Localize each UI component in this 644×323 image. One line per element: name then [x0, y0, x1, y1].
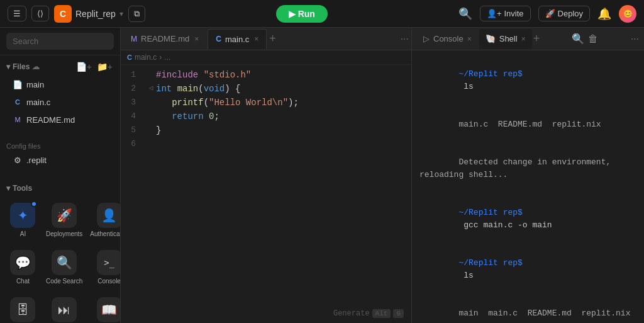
- tool-code-search[interactable]: 🔍 Code Search: [43, 245, 85, 290]
- notification-icon[interactable]: 🔔: [597, 7, 611, 21]
- invite-icon: 👤+: [487, 9, 502, 18]
- tool-docs[interactable]: 📖 Docs: [87, 292, 121, 323]
- brand-chevron-icon: ▾: [119, 9, 123, 18]
- add-tab-button[interactable]: +: [269, 32, 276, 45]
- tool-console[interactable]: >_ Console: [87, 245, 121, 290]
- console-tool-icon: >_: [97, 250, 121, 275]
- tool-auth[interactable]: 👤 Authenticati...: [87, 198, 121, 242]
- close-console-tab[interactable]: ×: [467, 35, 472, 43]
- tab-console[interactable]: ▷ Console ×: [417, 29, 478, 49]
- close-readme-tab[interactable]: ×: [194, 35, 199, 43]
- c-tab-icon: C: [216, 35, 221, 43]
- term-cmd: gcc main.c -o main: [458, 220, 552, 230]
- term-output: main.c README.md replit.nix: [458, 120, 601, 129]
- term-cmd: ls: [458, 271, 473, 280]
- term-line-6: main main.c README.md replit.nix: [419, 295, 636, 323]
- code-line-5: 5 }: [121, 125, 411, 139]
- chat-tool-icon: 💬: [10, 250, 35, 275]
- folder-icon: 📄: [13, 79, 23, 89]
- tool-debugger[interactable]: ⏭ Debugger: [43, 292, 85, 323]
- brand-name: Replit_rep: [75, 9, 116, 19]
- sidebar-toggle-button[interactable]: ☰: [8, 6, 26, 21]
- sidebar-item-readme[interactable]: M README.md ⋮: [3, 111, 118, 128]
- breadcrumb-filename: main.c: [135, 53, 157, 62]
- sidebar-item-main-c[interactable]: C main.c ⋮: [3, 93, 118, 111]
- files-actions: 📄+ 📁+: [75, 60, 114, 73]
- generate-hint: Generate Alt G: [333, 309, 404, 318]
- code-line-3: 3 printf("Hello World\n");: [121, 98, 411, 111]
- tab-shell[interactable]: 🐚 Shell ×: [479, 29, 532, 49]
- term-output: Detected change in environment, reloadin…: [419, 157, 616, 179]
- editor-tab-more-button[interactable]: ···: [401, 33, 409, 45]
- new-folder-button[interactable]: 📁+: [96, 60, 114, 73]
- term-line-5: ~/Replit rep$ ls: [419, 244, 636, 295]
- chevron-down-icon: ▾: [6, 184, 10, 193]
- main-content: ▾ Files ☁ 📄+ 📁+ 📄 main ⋮ C: [0, 28, 644, 323]
- topbar-right: 🔍 👤+ Invite 🚀 Deploy 🔔 😊: [458, 5, 636, 23]
- brand-icon: C: [54, 5, 72, 23]
- tool-chat[interactable]: 💬 Chat: [5, 245, 41, 290]
- shortcut-key: Alt: [372, 309, 391, 318]
- debugger-tool-icon: ⏭: [52, 297, 77, 322]
- code-editor[interactable]: 1 #include "stdio.h" 2 ◁ int main(void) …: [121, 65, 411, 323]
- invite-button[interactable]: 👤+ Invite: [480, 6, 531, 21]
- search-icon[interactable]: 🔍: [458, 7, 472, 21]
- term-cmd: ls: [458, 82, 473, 91]
- term-prompt: ~/Replit rep$: [458, 69, 522, 79]
- sidebar-item-main-folder[interactable]: 📄 main ⋮: [3, 76, 118, 93]
- terminal-more-button[interactable]: ···: [631, 33, 639, 45]
- terminal-actions: 🔍 🗑: [572, 33, 598, 45]
- term-line-3: Detected change in environment, reloadin…: [419, 144, 636, 194]
- files-section-title: ▾ Files ☁: [6, 62, 40, 71]
- history-button[interactable]: ⟨⟩: [31, 6, 49, 21]
- md-file-icon: M: [13, 115, 23, 125]
- config-icon: ⚙: [13, 155, 23, 165]
- term-line-2: main.c README.md replit.nix: [419, 106, 636, 144]
- close-shell-tab[interactable]: ×: [521, 35, 526, 43]
- term-line-1: ~/Replit rep$ ls: [419, 55, 636, 106]
- brand: C Replit_rep ▾: [54, 5, 123, 23]
- run-button[interactable]: ▶ Run: [276, 5, 328, 23]
- generate-label: Generate: [333, 309, 370, 318]
- topbar-left: ☰ ⟨⟩ C Replit_rep ▾ ⧉: [8, 5, 145, 23]
- tool-ai[interactable]: ✦ AI: [5, 198, 41, 242]
- window-button[interactable]: ⧉: [128, 6, 145, 22]
- cloud-icon: ☁: [32, 62, 40, 71]
- files-section-header[interactable]: ▾ Files ☁ 📄+ 📁+: [0, 58, 120, 76]
- code-line-2: 2 ◁ int main(void) {: [121, 84, 411, 98]
- tab-main-c[interactable]: C main.c ×: [208, 29, 267, 49]
- tab-readme[interactable]: M README.md ×: [123, 29, 206, 49]
- terminal-panel: ▷ Console × 🐚 Shell × + 🔍 🗑 ··· ~/Replit…: [411, 28, 644, 323]
- chevron-down-icon: ▾: [6, 62, 10, 71]
- term-output: main main.c README.md replit.nix: [458, 309, 630, 318]
- ai-badge: [31, 201, 37, 207]
- sidebar: ▾ Files ☁ 📄+ 📁+ 📄 main ⋮ C: [0, 28, 121, 323]
- terminal-content[interactable]: ~/Replit rep$ ls main.c README.md replit…: [412, 50, 644, 323]
- new-file-button[interactable]: 📄+: [75, 60, 93, 73]
- terminal-tabs: ▷ Console × 🐚 Shell × + 🔍 🗑 ···: [412, 28, 644, 50]
- shortcut-key2: G: [393, 309, 404, 318]
- sidebar-search-container: [0, 28, 120, 55]
- breadcrumb: C main.c › ...: [121, 50, 411, 65]
- term-prompt: ~/Replit rep$: [458, 258, 522, 268]
- docs-tool-icon: 📖: [97, 297, 121, 322]
- tools-header[interactable]: ▾ Tools: [0, 181, 120, 195]
- term-prompt: ~/Replit rep$: [458, 208, 522, 217]
- auth-tool-icon: 👤: [97, 203, 121, 228]
- code-line-6: 6: [121, 139, 411, 153]
- deploy-button[interactable]: 🚀 Deploy: [538, 6, 590, 21]
- editor-tabs: M README.md × C main.c × + ···: [121, 28, 411, 50]
- close-main-c-tab[interactable]: ×: [254, 35, 258, 43]
- terminal-trash-button[interactable]: 🗑: [588, 33, 598, 45]
- code-line-4: 4 return 0;: [121, 111, 411, 125]
- tool-database[interactable]: 🗄 Database: [5, 292, 41, 323]
- avatar[interactable]: 😊: [619, 5, 636, 23]
- search-input[interactable]: [6, 33, 114, 50]
- add-terminal-button[interactable]: +: [533, 32, 540, 45]
- breadcrumb-file-icon: C: [127, 54, 132, 61]
- tools-section: ▾ Tools ✦ AI 🚀 Deployments 👤 Au: [0, 176, 120, 323]
- deploy-icon: 🚀: [545, 9, 555, 18]
- terminal-search-button[interactable]: 🔍: [572, 33, 584, 45]
- tool-deployments[interactable]: 🚀 Deployments: [43, 198, 85, 242]
- sidebar-item-replit[interactable]: ⚙ .replit ⋮: [3, 151, 118, 169]
